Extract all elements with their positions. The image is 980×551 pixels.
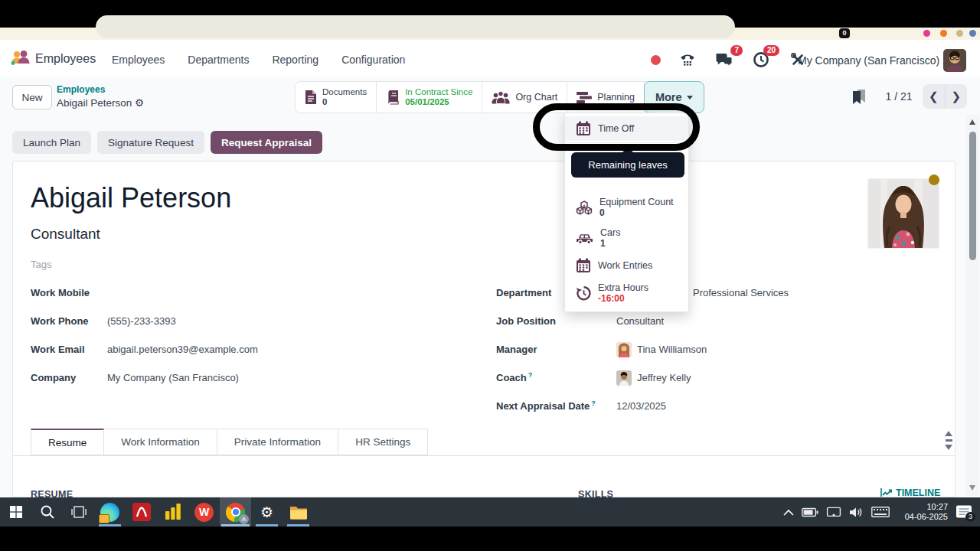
notification-badge: 3 — [965, 512, 975, 522]
address-bar[interactable] — [96, 15, 735, 38]
extension-icon[interactable] — [940, 30, 947, 37]
tab-resume[interactable]: Resume — [31, 429, 104, 455]
search-button[interactable] — [31, 497, 63, 527]
settings-taskbar-icon[interactable]: ⚙ — [251, 497, 283, 527]
voip-phone-icon[interactable] — [678, 51, 697, 69]
menu-reporting[interactable]: Reporting — [272, 54, 318, 66]
company-switcher[interactable]: My Company (San Francisco) — [798, 54, 939, 67]
battery-icon[interactable] — [802, 507, 818, 517]
tab-hr-settings[interactable]: HR Settings — [338, 429, 428, 455]
taskbar-time: 10:27 — [897, 502, 948, 512]
spinner-down-icon[interactable] — [945, 445, 952, 450]
extension-icon[interactable] — [969, 30, 976, 37]
job-position-value[interactable]: Consultant — [616, 315, 664, 327]
work-email-value[interactable]: abigail.peterson39@example.com — [107, 344, 258, 355]
chevron-down-icon — [687, 96, 693, 99]
book-icon — [386, 90, 400, 105]
extension-icon[interactable] — [956, 30, 963, 37]
volume-icon[interactable] — [849, 507, 864, 518]
smart-button-documents[interactable]: Documents0 — [296, 82, 377, 112]
power-bi-taskbar-icon[interactable] — [157, 497, 188, 527]
touch-keyboard-icon[interactable] — [871, 507, 890, 517]
menu-employees[interactable]: Employees — [112, 54, 165, 66]
field-work-email: Work Email abigail.peterson39@example.co… — [31, 335, 475, 364]
help-icon: ? — [528, 371, 533, 379]
file-icon — [305, 90, 317, 105]
request-appraisal-button[interactable]: Request Appraisal — [211, 131, 322, 154]
smart-button-contract[interactable]: In Contract Since05/01/2025 — [377, 82, 482, 112]
company-value[interactable]: My Company (San Francisco) — [107, 372, 239, 383]
manager-value[interactable]: Tina Williamson — [637, 344, 707, 355]
annotation-highlight-oval — [533, 103, 700, 151]
gear-icon: ⚙ — [260, 505, 273, 520]
chrome-taskbar-icon[interactable]: A — [220, 497, 251, 527]
display-connect-icon[interactable] — [826, 507, 841, 518]
employee-photo[interactable] — [868, 179, 939, 248]
employees-app-icon[interactable] — [11, 49, 31, 70]
manager-avatar — [616, 342, 632, 357]
dropdown-item-cars[interactable]: Cars1 — [565, 223, 688, 253]
dropdown-item-work-entries[interactable]: Work Entries — [565, 253, 688, 278]
new-button[interactable]: New — [12, 85, 52, 109]
file-explorer-taskbar-icon[interactable] — [283, 497, 314, 527]
dropdown-item-remaining-leaves[interactable]: Remaining leaves — [565, 145, 688, 203]
next-appraisal-value[interactable]: 12/03/2025 — [616, 400, 666, 412]
acrobat-taskbar-icon[interactable] — [126, 497, 157, 527]
breadcrumb-parent[interactable]: Employees — [57, 84, 105, 95]
systray: 7 20 — [651, 49, 808, 70]
pager-previous-button[interactable]: ❮ — [923, 84, 946, 109]
extension-icon[interactable] — [923, 30, 930, 37]
department-value[interactable]: Professional Services — [693, 287, 789, 298]
edge-taskbar-icon[interactable] — [94, 497, 126, 527]
presence-status-dot — [929, 174, 939, 185]
windows-taskbar: W A ⚙ — [0, 497, 980, 527]
coach-value[interactable]: Jeffrey Kelly — [637, 372, 691, 383]
menu-departments[interactable]: Departments — [188, 54, 249, 66]
pager: ❮ ❯ — [923, 84, 967, 109]
start-button[interactable] — [0, 497, 31, 527]
field-coach: Coach? Jeffrey Kelly — [496, 364, 948, 392]
menu-configuration[interactable]: Configuration — [341, 54, 405, 66]
tooltip: Remaining leaves — [571, 152, 684, 178]
left-field-column: Work Mobile Work Phone (555)-233-3393 Wo… — [31, 279, 475, 392]
system-tray: 10:27 04-06-2025 3 — [783, 497, 980, 527]
action-center-button[interactable]: 3 — [956, 504, 972, 520]
pager-counter: 1 / 21 — [877, 90, 920, 103]
action-gear-icon[interactable]: ⚙ — [135, 97, 144, 109]
task-view-button[interactable] — [63, 497, 94, 527]
breadcrumb-current: Abigail Peterson ⚙ — [57, 96, 144, 109]
timeline-chart-icon — [880, 488, 892, 497]
scrollbar-down-arrow[interactable] — [969, 485, 975, 491]
scroll-spinner[interactable] — [942, 431, 955, 450]
planning-bars-icon — [577, 91, 592, 104]
activities-clock-icon[interactable]: 20 — [751, 51, 771, 69]
launch-plan-button[interactable]: Launch Plan — [12, 131, 91, 154]
pager-next-button[interactable]: ❯ — [946, 84, 968, 109]
employee-job-title[interactable]: Consultant — [31, 226, 100, 243]
field-next-appraisal: Next Appraisal Date? 12/03/2025 — [496, 392, 948, 420]
tray-chevron-icon[interactable] — [783, 509, 794, 516]
screen: 0 Employees Employees Departments Report… — [0, 0, 980, 551]
tags-input[interactable]: Tags — [31, 259, 51, 270]
messages-icon[interactable]: 7 — [714, 51, 734, 69]
tab-work-information[interactable]: Work Information — [104, 429, 217, 455]
dropdown-item-extra-hours[interactable]: Extra Hours-16:00 — [565, 278, 688, 308]
calendar-icon — [576, 258, 591, 273]
employee-name[interactable]: Abigail Peterson — [31, 182, 231, 214]
spinner-up-icon[interactable] — [945, 431, 952, 436]
wps-taskbar-icon[interactable]: W — [188, 497, 220, 527]
signature-request-button[interactable]: Signature Request — [97, 131, 204, 154]
activities-badge: 20 — [763, 45, 779, 56]
vertical-scrollbar[interactable] — [966, 115, 979, 496]
field-work-mobile: Work Mobile — [31, 279, 475, 307]
scrollbar-up-arrow[interactable] — [969, 119, 975, 125]
bookmark-icon[interactable] — [851, 89, 867, 109]
app-title[interactable]: Employees — [35, 52, 96, 66]
work-phone-value[interactable]: (555)-233-3393 — [107, 315, 176, 327]
taskbar-clock[interactable]: 10:27 04-06-2025 — [897, 502, 948, 522]
user-avatar[interactable] — [943, 49, 966, 72]
tab-private-information[interactable]: Private Information — [217, 429, 338, 455]
timeline-link[interactable]: TIMELINE — [880, 487, 940, 498]
extension-badge: 0 — [839, 28, 850, 38]
scrollbar-thumb[interactable] — [969, 132, 976, 260]
